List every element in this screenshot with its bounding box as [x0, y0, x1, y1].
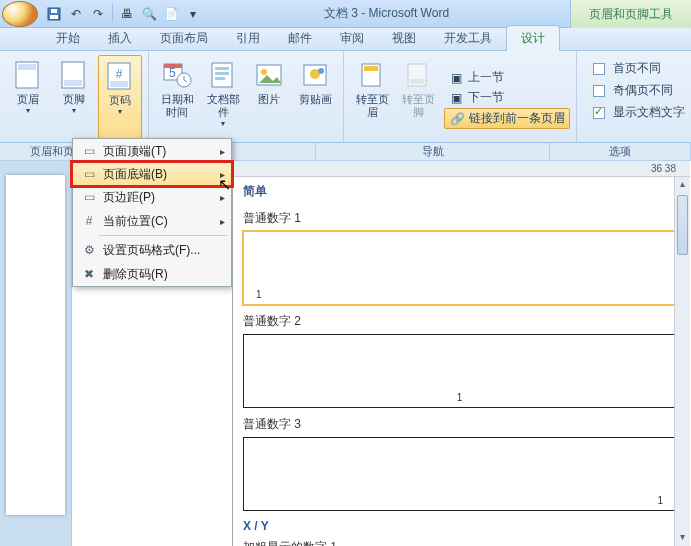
svg-rect-17 [215, 77, 225, 80]
tab-references[interactable]: 引用 [222, 26, 274, 50]
svg-rect-15 [215, 67, 229, 70]
tab-mail[interactable]: 邮件 [274, 26, 326, 50]
svg-text:#: # [116, 67, 123, 81]
page-top-icon: ▭ [79, 144, 99, 158]
date-time-button[interactable]: 5 日期和时间 [155, 55, 199, 142]
footer-button[interactable]: 页脚▾ [52, 55, 96, 142]
scroll-down-icon[interactable]: ▾ [675, 530, 690, 546]
tab-design[interactable]: 设计 [506, 25, 560, 51]
header-icon [12, 59, 44, 91]
link-icon: 🔗 [449, 111, 465, 127]
menu-page-top[interactable]: ▭ 页面顶端(T) ▸ [73, 139, 231, 163]
svg-rect-26 [410, 79, 424, 84]
gallery-item-title: 加粗显示的数字 1 [243, 539, 676, 546]
svg-rect-1 [50, 15, 58, 19]
page-bottom-icon: ▭ [79, 167, 99, 181]
menu-page-bottom[interactable]: ▭ 页面底端(B) ▸ [72, 162, 232, 186]
tab-layout[interactable]: 页面布局 [146, 26, 222, 50]
undo-icon[interactable]: ↶ [66, 4, 86, 24]
menu-current-position[interactable]: # 当前位置(C) ▸ [73, 209, 231, 233]
date-time-icon: 5 [161, 59, 193, 91]
scroll-up-icon[interactable]: ▴ [675, 177, 690, 193]
doc-parts-button[interactable]: 文档部件▾ [201, 55, 245, 142]
clipart-icon [299, 59, 331, 91]
remove-icon: ✖ [79, 267, 99, 281]
next-section-button[interactable]: ▣下一节 [444, 88, 570, 107]
page-number-button[interactable]: # 页码▾ [98, 55, 142, 142]
odd-even-diff-check[interactable]: 奇偶页不同 [589, 81, 689, 100]
group-label-opt: 选项 [550, 143, 691, 160]
group-insert: 5 日期和时间 文档部件▾ 图片 剪贴画 [149, 51, 344, 142]
ruler: 36 38 [233, 161, 690, 177]
page-margin-icon: ▭ [79, 190, 99, 204]
preview-icon[interactable]: 🔍 [139, 4, 159, 24]
gallery-item-plain-1[interactable]: 1 [243, 231, 676, 305]
window-title: 文档 3 - Microsoft Word [203, 5, 570, 22]
doc-parts-icon [207, 59, 239, 91]
clipart-button[interactable]: 剪贴画 [293, 55, 337, 142]
svg-point-19 [261, 69, 267, 75]
prev-section-button[interactable]: ▣上一节 [444, 68, 570, 87]
menu-format-page-number[interactable]: ⚙ 设置页码格式(F)... [73, 238, 231, 262]
picture-button[interactable]: 图片 [247, 55, 291, 142]
format-icon: ⚙ [79, 243, 99, 257]
new-icon[interactable]: 📄 [161, 4, 181, 24]
ribbon-tabs: 开始 插入 页面布局 引用 邮件 审阅 视图 开发工具 设计 [0, 28, 691, 51]
ribbon: 页眉▾ 页脚▾ # 页码▾ 5 日期和时间 文档部件▾ 图片 [0, 51, 691, 143]
prev-section-icon: ▣ [448, 70, 464, 86]
svg-rect-4 [18, 64, 36, 70]
gallery-section-simple: 简单 [233, 177, 690, 204]
document-page[interactable] [6, 175, 65, 515]
title-bar: ↶ ↷ 🖶 🔍 📄 ▾ 文档 3 - Microsoft Word 页眉和页脚工… [0, 0, 691, 28]
submenu-arrow-icon: ▸ [220, 192, 225, 203]
tab-insert[interactable]: 插入 [94, 26, 146, 50]
svg-rect-8 [110, 81, 128, 87]
current-pos-icon: # [79, 214, 99, 228]
print-icon[interactable]: 🖶 [117, 4, 137, 24]
gallery-item-title: 普通数字 2 [243, 313, 676, 330]
svg-point-22 [318, 68, 324, 74]
gallery-section-xy: X / Y [243, 519, 676, 533]
svg-text:5: 5 [169, 66, 176, 80]
tab-view[interactable]: 视图 [378, 26, 430, 50]
gallery-item-title: 普通数字 1 [243, 210, 676, 227]
redo-icon[interactable]: ↷ [88, 4, 108, 24]
show-doc-text-check[interactable]: 显示文档文字 [589, 103, 689, 122]
link-previous-button[interactable]: 🔗链接到前一条页眉 [444, 108, 570, 129]
goto-header-icon [356, 59, 388, 91]
document-area [0, 161, 72, 546]
tab-review[interactable]: 审阅 [326, 26, 378, 50]
tab-developer[interactable]: 开发工具 [430, 26, 506, 50]
picture-icon [253, 59, 285, 91]
page-number-menu: ▭ 页面顶端(T) ▸ ▭ 页面底端(B) ▸ ▭ 页边距(P) ▸ # 当前位… [72, 138, 232, 287]
goto-footer-icon [402, 59, 434, 91]
svg-rect-6 [64, 80, 82, 86]
submenu-arrow-icon: ▸ [220, 216, 225, 227]
footer-icon [58, 59, 90, 91]
group-navigation: 转至页眉 转至页脚 ▣上一节 ▣下一节 🔗链接到前一条页眉 [344, 51, 577, 142]
qat-more-icon[interactable]: ▾ [183, 4, 203, 24]
group-options: 首页不同 奇偶页不同 显示文档文字 [577, 51, 691, 142]
menu-page-margin[interactable]: ▭ 页边距(P) ▸ [73, 185, 231, 209]
save-icon[interactable] [44, 4, 64, 24]
svg-rect-24 [364, 66, 378, 71]
submenu-arrow-icon: ▸ [220, 169, 225, 180]
quick-access-toolbar: ↶ ↷ 🖶 🔍 📄 ▾ [44, 4, 203, 24]
group-header-footer: 页眉▾ 页脚▾ # 页码▾ [0, 51, 149, 142]
office-button[interactable] [2, 1, 38, 27]
gallery-item-plain-2[interactable]: 1 [243, 334, 676, 408]
tab-home[interactable]: 开始 [42, 26, 94, 50]
scroll-thumb[interactable] [677, 195, 688, 255]
gallery-item-title: 普通数字 3 [243, 416, 676, 433]
gallery-scrollbar[interactable]: ▴ ▾ [674, 177, 690, 546]
svg-rect-2 [51, 9, 57, 13]
page-number-gallery: 36 38 简单 普通数字 1 1 普通数字 2 1 普通数字 3 1 X / … [232, 161, 690, 546]
header-button[interactable]: 页眉▾ [6, 55, 50, 142]
first-page-diff-check[interactable]: 首页不同 [589, 59, 689, 78]
goto-header-button[interactable]: 转至页眉 [350, 55, 394, 142]
svg-rect-16 [215, 72, 229, 75]
menu-remove-page-number[interactable]: ✖ 删除页码(R) [73, 262, 231, 286]
goto-footer-button[interactable]: 转至页脚 [396, 55, 440, 142]
gallery-item-plain-3[interactable]: 1 [243, 437, 676, 511]
page-number-icon: # [104, 60, 136, 92]
